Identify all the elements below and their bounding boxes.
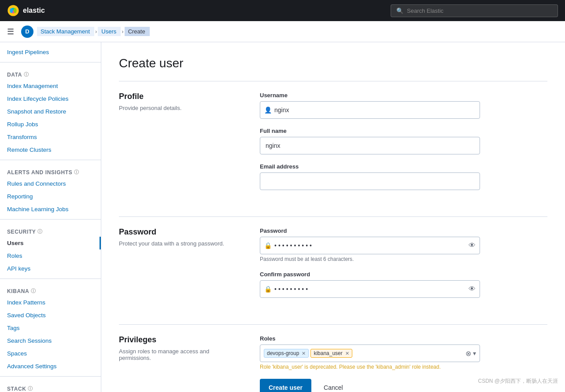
breadcrumb-stack-management[interactable]: Stack Management [37,27,94,36]
privileges-section-right: Roles devops-group ✕ kibana_user ✕ ⊗ ▾ [260,335,480,392]
username-label: Username [260,92,480,99]
security-info-icon: ⓘ [37,228,43,235]
menu-icon[interactable]: ☰ [7,27,14,37]
password-label: Password [260,227,480,234]
password-section-title: Password [119,227,242,237]
page-title: Create user [119,56,547,70]
confirm-password-label: Confirm password [260,271,480,278]
email-group: Email address [260,163,480,190]
sidebar-item-ml-jobs[interactable]: Machine Learning Jobs [0,203,101,216]
privileges-section-left: Privileges Assign roles to manage access… [119,335,242,392]
breadcrumb-bar: ☰ D Stack Management › Users › Create [0,21,565,42]
sidebar-section-data: Data ⓘ [0,66,101,80]
confirm-password-input-wrapper: 🔒 👁 [260,280,480,298]
password-section: Password Protect your data with a strong… [119,227,547,307]
breadcrumb-sep-2: › [121,28,124,35]
sidebar-section-kibana: Kibana ⓘ [0,282,101,296]
breadcrumb: Stack Management › Users › Create [37,27,150,36]
roles-group: Roles devops-group ✕ kibana_user ✕ ⊗ ▾ [260,335,480,370]
profile-section: Profile Provide personal details. Userna… [119,92,547,199]
main-content: Create user Profile Provide personal det… [101,42,565,392]
email-input[interactable] [260,172,480,190]
sidebar-item-roles[interactable]: Roles [0,249,101,262]
divider-2 [0,160,101,160]
elastic-logo-icon [7,4,19,17]
roles-warning: Role 'kibana_user' is deprecated. Please… [260,364,480,370]
divider-4 [0,278,101,279]
roles-combo[interactable]: devops-group ✕ kibana_user ✕ ⊗ ▾ [260,344,480,362]
breadcrumb-create: Create [125,27,150,36]
page-layout: Ingest Pipelines Data ⓘ Index Management… [0,42,565,392]
sidebar-item-users[interactable]: Users [0,237,101,249]
roles-dropdown-icon[interactable]: ▾ [473,350,476,357]
title-divider [119,81,547,81]
sidebar-item-transforms[interactable]: Transforms [0,131,101,143]
sidebar-item-advanced-settings[interactable]: Advanced Settings [0,360,101,373]
sidebar-item-rules[interactable]: Rules and Connectors [0,177,101,190]
password-group: Password 🔒 👁 Password must be at least 6… [260,227,480,262]
sidebar-item-spaces[interactable]: Spaces [0,347,101,360]
cancel-button[interactable]: Cancel [317,379,350,392]
sidebar-section-stack: Stack ⓘ [0,380,101,392]
password-toggle-icon[interactable]: 👁 [469,242,476,249]
role-tag-devops-label: devops-group [267,350,299,356]
alerts-info-icon: ⓘ [74,169,79,176]
user-avatar[interactable]: D [21,26,33,38]
role-tag-devops: devops-group ✕ [264,349,309,358]
svg-point-4 [14,8,17,13]
sidebar-item-rollup[interactable]: Rollup Jobs [0,118,101,131]
profile-section-right: Username 👤 Full name Email address [260,92,480,199]
role-tag-kibana-label: kibana_user [314,350,342,356]
divider-5 [0,376,101,377]
top-navigation: elastic 🔍 Search Elastic [0,0,565,21]
sidebar-item-index-patterns[interactable]: Index Patterns [0,296,101,309]
create-user-button[interactable]: Create user [260,379,311,392]
sidebar-item-snapshot[interactable]: Snapshot and Restore [0,105,101,118]
username-input-wrapper: 👤 [260,101,480,119]
email-label: Email address [260,163,480,170]
data-info-icon: ⓘ [24,71,29,78]
global-search[interactable]: 🔍 Search Elastic [391,4,558,17]
password-input[interactable] [260,237,480,254]
divider-1 [0,62,101,62]
fullname-input[interactable] [260,137,480,154]
role-tag-devops-close[interactable]: ✕ [302,351,306,356]
sidebar-item-ingest-pipelines[interactable]: Ingest Pipelines [0,46,101,59]
profile-section-title: Profile [119,92,242,101]
stack-info-icon: ⓘ [28,385,33,392]
profile-section-left: Profile Provide personal details. [119,92,242,199]
sidebar-item-saved-objects[interactable]: Saved Objects [0,309,101,322]
kibana-info-icon: ⓘ [31,288,36,294]
sidebar: Ingest Pipelines Data ⓘ Index Management… [0,42,101,392]
password-section-left: Password Protect your data with a strong… [119,227,242,307]
password-lock-icon: 🔒 [264,242,272,249]
sidebar-item-search-sessions[interactable]: Search Sessions [0,334,101,347]
confirm-password-group: Confirm password 🔒 👁 [260,271,480,298]
sidebar-item-remote-clusters[interactable]: Remote Clusters [0,143,101,156]
sidebar-item-index-lifecycle[interactable]: Index Lifecycle Policies [0,92,101,105]
breadcrumb-users[interactable]: Users [98,27,121,36]
role-tag-kibana-close[interactable]: ✕ [345,351,349,356]
divider-3 [0,219,101,220]
sidebar-item-index-management[interactable]: Index Management [0,80,101,92]
sidebar-item-api-keys[interactable]: API keys [0,262,101,275]
form-actions: Create user Cancel [260,379,480,392]
username-input[interactable] [260,101,480,119]
roles-clear-icon[interactable]: ⊗ [465,349,471,358]
roles-label: Roles [260,335,480,342]
elastic-logo[interactable]: elastic [7,4,45,17]
confirm-password-toggle-icon[interactable]: 👁 [469,285,476,293]
user-icon: 👤 [264,106,272,114]
watermark: CSDN @夕阳西下，断肠人在天涯 [478,377,558,385]
svg-point-3 [10,8,13,13]
role-tag-kibana: kibana_user ✕ [310,349,352,358]
sidebar-item-reporting[interactable]: Reporting [0,190,101,203]
password-input-wrapper: 🔒 👁 [260,237,480,254]
sidebar-item-tags[interactable]: Tags [0,322,101,334]
confirm-password-input[interactable] [260,280,480,298]
fullname-group: Full name [260,128,480,154]
profile-section-desc: Provide personal details. [119,105,242,111]
roles-combo-controls: ⊗ ▾ [465,349,476,358]
fullname-label: Full name [260,128,480,134]
password-section-desc: Protect your data with a strong password… [119,240,242,247]
